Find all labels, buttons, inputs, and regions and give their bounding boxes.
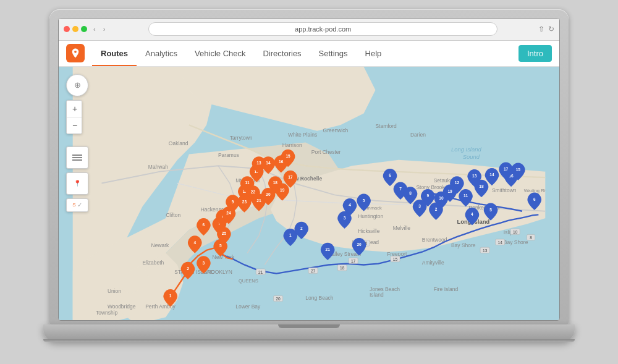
svg-text:Lower Bay: Lower Bay xyxy=(235,303,261,310)
svg-text:11: 11 xyxy=(464,193,468,198)
nav-settings[interactable]: Settings xyxy=(310,40,357,66)
svg-text:2: 2 xyxy=(187,266,189,270)
svg-text:8: 8 xyxy=(530,235,532,239)
nav-analytics[interactable]: Analytics xyxy=(137,40,186,66)
svg-text:10: 10 xyxy=(513,229,518,234)
svg-text:17: 17 xyxy=(504,166,509,171)
svg-text:8: 8 xyxy=(409,191,412,195)
svg-text:14: 14 xyxy=(489,172,494,177)
nav-routes[interactable]: Routes xyxy=(92,40,137,66)
svg-text:Stamford: Stamford xyxy=(375,122,397,129)
minimize-btn[interactable] xyxy=(72,26,78,32)
svg-text:Wading Riv: Wading Riv xyxy=(524,187,548,193)
nav-vehicle-check[interactable]: Vehicle Check xyxy=(186,40,254,66)
svg-text:Bay Shore: Bay Shore xyxy=(451,242,476,248)
svg-text:Oakland: Oakland xyxy=(169,140,188,146)
svg-text:17: 17 xyxy=(351,258,356,263)
svg-text:4: 4 xyxy=(349,203,351,207)
svg-text:16: 16 xyxy=(279,159,284,164)
svg-text:Port Chester: Port Chester xyxy=(311,149,341,155)
browser-chrome: ‹ › app.track-pod.com ⇧ ↻ xyxy=(59,19,559,41)
svg-text:13: 13 xyxy=(483,248,488,252)
zoom-controls: + − xyxy=(66,100,82,134)
svg-text:Darien: Darien xyxy=(410,132,426,138)
svg-text:Mahwah: Mahwah xyxy=(148,163,168,169)
svg-text:3: 3 xyxy=(203,260,205,265)
svg-text:13: 13 xyxy=(472,174,477,178)
screen-inner: ‹ › app.track-pod.com ⇧ ↻ xyxy=(58,18,560,321)
map-background: Mahwah Oakland Tarrytown Paramus White P… xyxy=(59,67,559,320)
svg-text:Island: Island xyxy=(370,292,384,298)
svg-text:18: 18 xyxy=(340,266,345,270)
svg-text:21: 21 xyxy=(258,269,263,274)
svg-text:10: 10 xyxy=(439,195,444,200)
forward-arrow[interactable]: › xyxy=(101,24,108,34)
svg-text:18: 18 xyxy=(273,180,278,185)
svg-text:20: 20 xyxy=(357,242,362,247)
maximize-btn[interactable] xyxy=(81,26,87,32)
svg-text:1: 1 xyxy=(289,233,292,237)
map-toggle-control[interactable]: S ✓ xyxy=(66,198,88,212)
svg-text:4: 4 xyxy=(471,212,473,216)
svg-text:21: 21 xyxy=(256,198,261,202)
nav-directories[interactable]: Directories xyxy=(254,40,310,66)
svg-text:Smithtown: Smithtown xyxy=(492,187,517,193)
map-svg: Mahwah Oakland Tarrytown Paramus White P… xyxy=(59,67,559,320)
svg-text:19: 19 xyxy=(280,187,285,192)
svg-text:21: 21 xyxy=(325,247,330,251)
svg-text:27: 27 xyxy=(311,268,316,273)
svg-text:Amityville: Amityville xyxy=(422,260,444,266)
svg-text:24: 24 xyxy=(226,211,231,215)
svg-text:23: 23 xyxy=(242,199,247,203)
close-btn[interactable] xyxy=(64,26,70,32)
svg-text:2: 2 xyxy=(300,226,303,230)
svg-text:14: 14 xyxy=(266,161,271,165)
laptop-base xyxy=(43,324,575,342)
svg-text:6: 6 xyxy=(203,222,205,227)
nav-items: Routes Analytics Vehicle Check Directori… xyxy=(92,40,519,66)
map-extra-control[interactable]: 📍 xyxy=(66,172,88,195)
svg-text:5: 5 xyxy=(219,243,222,248)
address-bar[interactable]: app.track-pod.com xyxy=(148,22,497,36)
svg-text:Melville: Melville xyxy=(393,224,411,231)
svg-text:Union: Union xyxy=(108,287,121,294)
svg-text:Stony Brook: Stony Brook xyxy=(416,184,445,190)
zoom-in-button[interactable]: + xyxy=(67,101,82,117)
svg-text:QUEENS: QUEENS xyxy=(239,277,258,283)
svg-text:Bay Shore: Bay Shore xyxy=(504,239,528,245)
back-arrow[interactable]: ‹ xyxy=(91,24,98,34)
svg-text:7: 7 xyxy=(399,186,402,190)
browser-actions: ⇧ ↻ xyxy=(538,25,554,33)
layers-control[interactable] xyxy=(66,146,88,169)
svg-text:6: 6 xyxy=(389,173,391,177)
svg-text:4: 4 xyxy=(193,240,196,244)
refresh-icon[interactable]: ↻ xyxy=(548,25,554,33)
svg-text:Long Island: Long Island xyxy=(451,145,481,152)
svg-text:2: 2 xyxy=(435,206,438,211)
svg-text:14: 14 xyxy=(497,240,502,244)
svg-text:19: 19 xyxy=(447,188,452,193)
zoom-out-button[interactable]: − xyxy=(67,117,82,133)
svg-text:Hicksville: Hicksville xyxy=(358,227,380,234)
svg-text:Harrison: Harrison xyxy=(282,142,302,148)
svg-text:Long Beach: Long Beach xyxy=(305,295,333,301)
svg-text:5: 5 xyxy=(489,207,492,211)
nav-help[interactable]: Help xyxy=(357,40,391,66)
logo-icon xyxy=(70,48,81,59)
compass-control[interactable]: ⊕ xyxy=(66,74,88,96)
browser-nav: ‹ › xyxy=(91,24,108,34)
svg-text:Paramus: Paramus xyxy=(218,152,239,158)
svg-text:22: 22 xyxy=(251,190,256,194)
intro-button[interactable]: Intro xyxy=(519,45,552,62)
laptop-screen: ‹ › app.track-pod.com ⇧ ↻ xyxy=(49,9,569,324)
map-area[interactable]: Mahwah Oakland Tarrytown Paramus White P… xyxy=(59,67,559,320)
laptop-container: ‹ › app.track-pod.com ⇧ ↻ xyxy=(43,9,575,355)
share-icon[interactable]: ⇧ xyxy=(538,25,544,33)
svg-text:15: 15 xyxy=(516,167,521,171)
svg-text:Fire Island: Fire Island xyxy=(434,286,459,292)
svg-text:1: 1 xyxy=(169,294,172,298)
svg-text:15: 15 xyxy=(393,256,398,261)
url-text: app.track-pod.com xyxy=(295,25,351,33)
svg-text:5: 5 xyxy=(363,198,365,202)
svg-text:Clifton: Clifton xyxy=(166,212,180,218)
